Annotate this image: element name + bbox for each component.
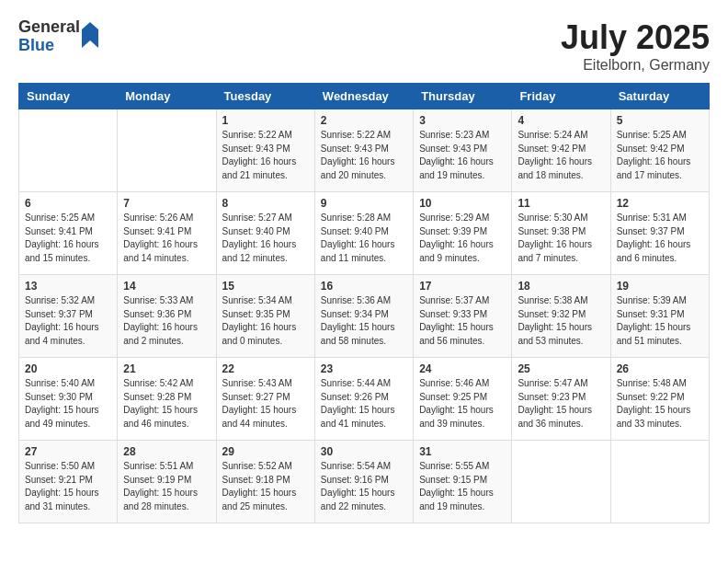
day-detail: Sunrise: 5:29 AM Sunset: 9:39 PM Dayligh… (419, 212, 506, 265)
day-detail: Sunrise: 5:31 AM Sunset: 9:37 PM Dayligh… (617, 212, 703, 265)
day-detail: Sunrise: 5:52 AM Sunset: 9:18 PM Dayligh… (222, 460, 309, 513)
day-detail: Sunrise: 5:25 AM Sunset: 9:41 PM Dayligh… (25, 212, 111, 265)
day-number: 28 (123, 445, 210, 458)
day-detail: Sunrise: 5:50 AM Sunset: 9:21 PM Dayligh… (25, 460, 111, 513)
day-of-week-header: Thursday (414, 84, 512, 109)
calendar-day-cell: 2Sunrise: 5:22 AM Sunset: 9:43 PM Daylig… (314, 109, 413, 192)
day-detail: Sunrise: 5:24 AM Sunset: 9:42 PM Dayligh… (518, 129, 604, 182)
calendar-day-cell: 29Sunrise: 5:52 AM Sunset: 9:18 PM Dayli… (216, 441, 314, 523)
day-number: 14 (123, 280, 210, 293)
day-number: 31 (419, 445, 506, 458)
day-number: 23 (321, 362, 407, 375)
calendar-day-cell: 25Sunrise: 5:47 AM Sunset: 9:23 PM Dayli… (512, 358, 610, 441)
day-detail: Sunrise: 5:38 AM Sunset: 9:32 PM Dayligh… (518, 294, 604, 348)
day-number: 5 (617, 114, 703, 127)
day-detail: Sunrise: 5:44 AM Sunset: 9:26 PM Dayligh… (321, 377, 407, 431)
day-detail: Sunrise: 5:32 AM Sunset: 9:37 PM Dayligh… (25, 294, 111, 348)
day-number: 9 (321, 197, 407, 210)
calendar-day-cell: 5Sunrise: 5:25 AM Sunset: 9:42 PM Daylig… (610, 109, 709, 192)
day-detail: Sunrise: 5:48 AM Sunset: 9:22 PM Dayligh… (617, 377, 703, 431)
calendar-day-cell: 27Sunrise: 5:50 AM Sunset: 9:21 PM Dayli… (19, 441, 118, 523)
day-detail: Sunrise: 5:27 AM Sunset: 9:40 PM Dayligh… (222, 212, 309, 265)
calendar-day-cell: 20Sunrise: 5:40 AM Sunset: 9:30 PM Dayli… (19, 358, 118, 441)
day-number: 3 (419, 114, 506, 127)
day-number: 15 (222, 280, 309, 293)
calendar-day-cell: 22Sunrise: 5:43 AM Sunset: 9:27 PM Dayli… (216, 358, 314, 441)
day-of-week-header: Wednesday (314, 84, 413, 109)
day-number: 30 (321, 445, 407, 458)
day-number: 4 (518, 114, 604, 127)
logo-blue: Blue (18, 37, 80, 55)
day-detail: Sunrise: 5:54 AM Sunset: 9:16 PM Dayligh… (321, 460, 407, 513)
calendar-day-cell: 17Sunrise: 5:37 AM Sunset: 9:33 PM Dayli… (414, 275, 512, 358)
calendar-day-cell: 19Sunrise: 5:39 AM Sunset: 9:31 PM Dayli… (610, 275, 709, 358)
day-of-week-header: Friday (512, 84, 610, 109)
calendar-subtitle: Eitelborn, Germany (561, 57, 710, 74)
day-number: 1 (222, 114, 309, 127)
day-detail: Sunrise: 5:36 AM Sunset: 9:34 PM Dayligh… (321, 294, 407, 348)
calendar-week-row: 1Sunrise: 5:22 AM Sunset: 9:43 PM Daylig… (19, 109, 710, 192)
day-number: 10 (419, 197, 506, 210)
day-number: 19 (617, 280, 703, 293)
day-number: 2 (321, 114, 407, 127)
day-detail: Sunrise: 5:51 AM Sunset: 9:19 PM Dayligh… (123, 460, 210, 513)
day-number: 11 (518, 197, 604, 210)
day-detail: Sunrise: 5:23 AM Sunset: 9:43 PM Dayligh… (419, 129, 506, 182)
day-detail: Sunrise: 5:46 AM Sunset: 9:25 PM Dayligh… (419, 377, 506, 431)
day-of-week-header: Saturday (610, 84, 709, 109)
calendar-day-cell: 9Sunrise: 5:28 AM Sunset: 9:40 PM Daylig… (314, 192, 413, 275)
day-number: 27 (25, 445, 111, 458)
day-detail: Sunrise: 5:22 AM Sunset: 9:43 PM Dayligh… (222, 129, 309, 182)
calendar-week-row: 6Sunrise: 5:25 AM Sunset: 9:41 PM Daylig… (19, 192, 710, 275)
calendar-day-cell: 8Sunrise: 5:27 AM Sunset: 9:40 PM Daylig… (216, 192, 314, 275)
calendar-day-cell: 15Sunrise: 5:34 AM Sunset: 9:35 PM Dayli… (216, 275, 314, 358)
calendar-day-cell (512, 441, 610, 523)
calendar-title: July 2025 (561, 18, 710, 57)
day-of-week-header: Monday (118, 84, 216, 109)
calendar-day-cell: 13Sunrise: 5:32 AM Sunset: 9:37 PM Dayli… (19, 275, 118, 358)
day-number: 26 (617, 362, 703, 375)
day-of-week-header: Tuesday (216, 84, 314, 109)
calendar-day-cell (610, 441, 709, 523)
day-detail: Sunrise: 5:33 AM Sunset: 9:36 PM Dayligh… (123, 294, 210, 348)
calendar-week-row: 27Sunrise: 5:50 AM Sunset: 9:21 PM Dayli… (19, 441, 710, 523)
day-detail: Sunrise: 5:39 AM Sunset: 9:31 PM Dayligh… (617, 294, 703, 348)
day-detail: Sunrise: 5:47 AM Sunset: 9:23 PM Dayligh… (518, 377, 604, 431)
page-header: General Blue July 2025 Eitelborn, German… (18, 18, 710, 74)
calendar-week-row: 20Sunrise: 5:40 AM Sunset: 9:30 PM Dayli… (19, 358, 710, 441)
logo-general: General (18, 18, 80, 37)
day-number: 29 (222, 445, 309, 458)
day-number: 16 (321, 280, 407, 293)
day-detail: Sunrise: 5:26 AM Sunset: 9:41 PM Dayligh… (123, 212, 210, 265)
day-number: 8 (222, 197, 309, 210)
calendar-day-cell: 26Sunrise: 5:48 AM Sunset: 9:22 PM Dayli… (610, 358, 709, 441)
day-detail: Sunrise: 5:25 AM Sunset: 9:42 PM Dayligh… (617, 129, 703, 182)
calendar-day-cell: 18Sunrise: 5:38 AM Sunset: 9:32 PM Dayli… (512, 275, 610, 358)
day-detail: Sunrise: 5:37 AM Sunset: 9:33 PM Dayligh… (419, 294, 506, 348)
calendar-day-cell: 24Sunrise: 5:46 AM Sunset: 9:25 PM Dayli… (414, 358, 512, 441)
day-number: 13 (25, 280, 111, 293)
calendar-day-cell: 16Sunrise: 5:36 AM Sunset: 9:34 PM Dayli… (314, 275, 413, 358)
logo: General Blue (18, 18, 98, 55)
day-number: 18 (518, 280, 604, 293)
day-number: 7 (123, 197, 210, 210)
title-block: July 2025 Eitelborn, Germany (561, 18, 710, 74)
calendar-day-cell: 6Sunrise: 5:25 AM Sunset: 9:41 PM Daylig… (19, 192, 118, 275)
calendar-day-cell: 30Sunrise: 5:54 AM Sunset: 9:16 PM Dayli… (314, 441, 413, 523)
calendar-day-cell: 21Sunrise: 5:42 AM Sunset: 9:28 PM Dayli… (118, 358, 216, 441)
day-detail: Sunrise: 5:55 AM Sunset: 9:15 PM Dayligh… (419, 460, 506, 513)
day-detail: Sunrise: 5:34 AM Sunset: 9:35 PM Dayligh… (222, 294, 309, 348)
calendar-day-cell: 14Sunrise: 5:33 AM Sunset: 9:36 PM Dayli… (118, 275, 216, 358)
day-detail: Sunrise: 5:30 AM Sunset: 9:38 PM Dayligh… (518, 212, 604, 265)
calendar-day-cell: 10Sunrise: 5:29 AM Sunset: 9:39 PM Dayli… (414, 192, 512, 275)
day-number: 12 (617, 197, 703, 210)
day-number: 6 (25, 197, 111, 210)
day-detail: Sunrise: 5:43 AM Sunset: 9:27 PM Dayligh… (222, 377, 309, 431)
day-detail: Sunrise: 5:42 AM Sunset: 9:28 PM Dayligh… (123, 377, 210, 431)
calendar-day-cell: 3Sunrise: 5:23 AM Sunset: 9:43 PM Daylig… (414, 109, 512, 192)
calendar-header-row: SundayMondayTuesdayWednesdayThursdayFrid… (19, 84, 710, 109)
day-detail: Sunrise: 5:22 AM Sunset: 9:43 PM Dayligh… (321, 129, 407, 182)
calendar-day-cell: 7Sunrise: 5:26 AM Sunset: 9:41 PM Daylig… (118, 192, 216, 275)
calendar-day-cell: 23Sunrise: 5:44 AM Sunset: 9:26 PM Dayli… (314, 358, 413, 441)
day-number: 20 (25, 362, 111, 375)
